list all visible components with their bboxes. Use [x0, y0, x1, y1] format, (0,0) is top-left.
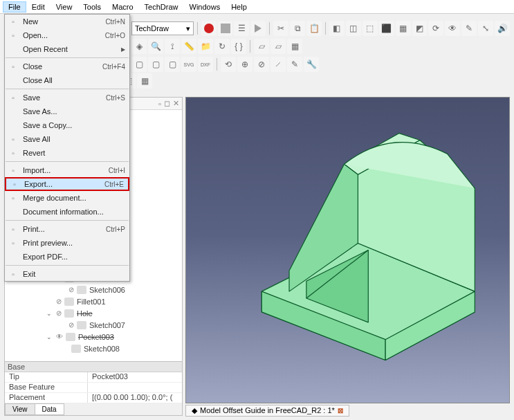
tree-twisty-icon[interactable]: ⌄	[46, 334, 53, 340]
tool-button[interactable]: ◧	[329, 21, 345, 36]
tool-button[interactable]: ▦	[137, 73, 152, 89]
tool-button[interactable]: ▢	[148, 57, 163, 72]
tool-button[interactable]: { }	[231, 39, 246, 54]
tool-button[interactable]: ⟳	[428, 21, 443, 36]
visibility-icon[interactable]: ⊘	[56, 298, 62, 305]
tab-view[interactable]: View	[5, 403, 35, 415]
tree-node-sketch007[interactable]: ⊘Sketch007	[5, 319, 182, 331]
undock-icon[interactable]: ▫	[158, 100, 161, 108]
menuitem-exit[interactable]: ▫Exit	[5, 267, 129, 281]
tool-button[interactable]: ⊘	[254, 57, 269, 72]
tree-node-pocket003[interactable]: ⌄👁Pocket003	[5, 331, 182, 343]
property-value[interactable]: Pocket003	[88, 372, 182, 382]
tool-button[interactable]: 📏	[181, 39, 196, 54]
stop-icon	[221, 24, 230, 33]
tool-button[interactable]: ✎	[287, 57, 302, 72]
tab-data[interactable]: Data	[35, 403, 64, 415]
tree-node-sketch008[interactable]: Sketch008	[5, 343, 182, 354]
tool-button[interactable]: 🔊	[495, 21, 510, 36]
copy-button[interactable]: ⧉	[290, 21, 305, 36]
tool-button[interactable]: ▦	[396, 21, 411, 36]
menuitem-close[interactable]: ▫CloseCtrl+F4	[5, 60, 129, 73]
property-value[interactable]: [(0.00 0.00 1.00); 0.0°; (	[88, 393, 182, 403]
menuitem-document-information[interactable]: Document information...	[5, 205, 129, 219]
property-value[interactable]	[88, 383, 182, 392]
menuitem-save-as[interactable]: Save As...	[5, 104, 129, 118]
tool-button[interactable]: ⟟	[165, 39, 180, 54]
paste-button[interactable]: 📋	[306, 21, 322, 36]
menu-windows[interactable]: Windows	[184, 1, 226, 12]
tool-button[interactable]: ⬚	[362, 21, 378, 36]
tool-button[interactable]: ◩	[412, 21, 428, 36]
menuitem-close-all[interactable]: Close All	[5, 73, 129, 87]
tool-button[interactable]: ⟲	[221, 57, 236, 72]
feature-icon	[64, 309, 74, 318]
property-row[interactable]: Base Feature	[5, 383, 182, 393]
new-icon-icon: ▫	[8, 16, 19, 27]
menuitem-print[interactable]: ▫Print...Ctrl+P	[5, 222, 129, 236]
tool-button[interactable]: 🔍	[148, 39, 163, 54]
menuitem-save[interactable]: ▫SaveCtrl+S	[5, 91, 129, 104]
tool-button[interactable]: ▦	[287, 39, 302, 54]
menu-help[interactable]: Help	[226, 1, 253, 12]
visibility-icon[interactable]: ⊘	[68, 286, 74, 293]
close-panel-icon[interactable]: ✕	[173, 99, 179, 108]
3d-viewport[interactable]	[185, 97, 510, 403]
visibility-icon[interactable]: ⊘	[68, 321, 74, 329]
tree-node-fillet001[interactable]: ⊘Fillet001	[5, 295, 182, 307]
menuitem-new[interactable]: ▫NewCtrl+N	[5, 15, 129, 28]
tool-button[interactable]: 👁	[445, 21, 460, 36]
tool-button[interactable]: ▱	[270, 39, 286, 54]
tool-button[interactable]: SVG	[181, 57, 196, 72]
menuitem-export[interactable]: ▫Export...Ctrl+E	[5, 177, 129, 191]
tool-button[interactable]: DXF	[198, 57, 213, 72]
tool-button[interactable]: ▱	[254, 39, 269, 54]
property-row[interactable]: Placement [(0.00 0.00 1.00); 0.0°; (	[5, 393, 182, 403]
macro-record-button[interactable]	[201, 21, 217, 36]
menuitem-revert[interactable]: ▫Revert	[5, 146, 129, 160]
tool-button[interactable]: 📁	[198, 39, 213, 54]
property-row[interactable]: Tip Pocket003	[5, 372, 182, 383]
menuitem-save-a-copy[interactable]: Save a Copy...	[5, 118, 129, 132]
macro-list-button[interactable]: ☰	[234, 21, 249, 36]
document-tab[interactable]: ◆ Model Offset Guide in FreeCAD_R2 : 1* …	[185, 405, 349, 417]
close-document-icon[interactable]: ⊠	[338, 407, 343, 414]
blank-icon	[8, 44, 19, 55]
tool-button[interactable]: ↻	[214, 39, 230, 54]
menuitem-import[interactable]: ▫Import...Ctrl+I	[5, 163, 129, 177]
cut-button[interactable]: ✂	[273, 21, 288, 36]
tool-button[interactable]: ◫	[346, 21, 361, 36]
menuitem-open-recent[interactable]: Open Recent▶	[5, 42, 129, 56]
tool-button[interactable]: ✎	[461, 21, 477, 36]
tree-node-label: Sketch008	[84, 345, 120, 353]
menuitem-save-all[interactable]: ▫Save All	[5, 132, 129, 146]
tool-button[interactable]: ⤡	[478, 21, 493, 36]
tool-button[interactable]: ▢	[131, 57, 147, 72]
tree-node-hole[interactable]: ⌄⊘Hole	[5, 307, 182, 319]
tool-button[interactable]: ▢	[165, 57, 180, 72]
menuitem-print-preview[interactable]: ▫Print preview...	[5, 236, 129, 250]
tool-button[interactable]: ◈	[131, 39, 147, 54]
menuitem-merge-document[interactable]: ▫Merge document...	[5, 191, 129, 205]
menuitem-export-pdf[interactable]: Export PDF...	[5, 250, 129, 264]
tool-button[interactable]: ⊕	[237, 57, 253, 72]
menu-macro[interactable]: Macro	[107, 1, 139, 12]
macro-stop-button[interactable]	[218, 21, 233, 36]
tree-node-sketch006[interactable]: ⊘Sketch006	[5, 284, 182, 295]
menu-edit[interactable]: Edit	[26, 1, 51, 12]
float-icon[interactable]: ◻	[164, 99, 170, 108]
tool-button[interactable]: 🔧	[304, 57, 319, 72]
visibility-icon[interactable]: ⊘	[56, 309, 62, 317]
tool-button[interactable]: ⟋	[270, 57, 286, 72]
menuitem-open[interactable]: ▫Open...Ctrl+O	[5, 28, 129, 42]
tree-twisty-icon[interactable]: ⌄	[46, 310, 53, 317]
macro-play-button[interactable]	[250, 21, 266, 36]
menuitem-label: Save As...	[23, 107, 125, 116]
menu-view[interactable]: View	[51, 1, 78, 12]
tool-button[interactable]: ⬛	[379, 21, 394, 36]
visibility-icon[interactable]: 👁	[56, 333, 63, 340]
workbench-selector[interactable]: TechDraw ▾	[131, 21, 194, 35]
menu-file[interactable]: File	[3, 1, 26, 12]
menu-tools[interactable]: Tools	[77, 1, 107, 12]
menu-techdraw[interactable]: TechDraw	[139, 1, 184, 12]
